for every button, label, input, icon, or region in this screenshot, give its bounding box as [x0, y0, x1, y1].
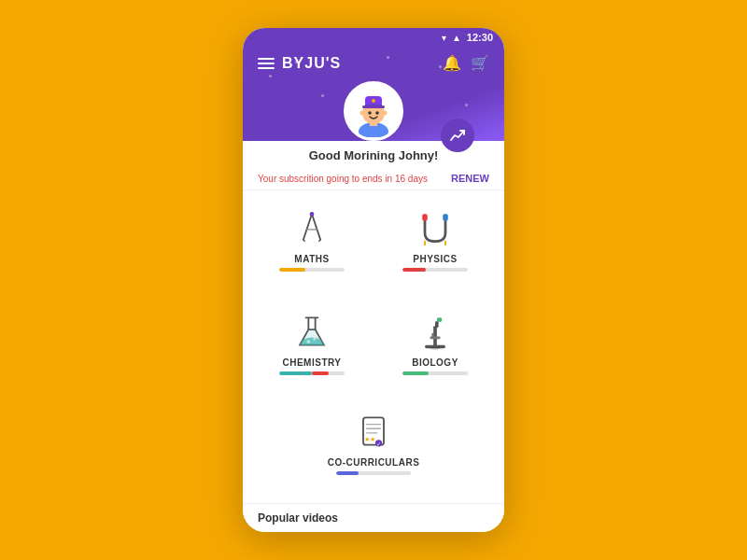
popular-videos-section: Popular videos	[243, 503, 504, 532]
content-area: Your subscrition going to ends in 16 day…	[243, 167, 504, 532]
popular-videos-label: Popular videos	[258, 511, 338, 525]
physics-progress-fill	[402, 268, 426, 272]
header-area: BYJU'S 🔔 🛒	[243, 47, 504, 141]
svg-rect-28	[430, 337, 441, 340]
status-time: 12:30	[467, 32, 493, 43]
co-curriculars-label: CO-CURRICULARS	[328, 457, 420, 468]
hamburger-menu[interactable]	[258, 58, 275, 69]
svg-rect-5	[365, 105, 382, 107]
svg-text:✓: ✓	[376, 441, 381, 447]
wifi-icon: ▾	[442, 33, 446, 43]
svg-point-8	[375, 111, 379, 115]
subject-co-curriculars[interactable]: ★★ ✓ CO-CURRICULARS	[250, 401, 497, 499]
renew-button[interactable]: RENEW	[451, 173, 489, 184]
avatar	[344, 81, 403, 141]
co-curriculars-progress-bar	[336, 471, 411, 475]
svg-point-23	[307, 340, 311, 343]
svg-line-15	[303, 240, 305, 242]
bell-icon[interactable]: 🔔	[443, 54, 461, 72]
co-curriculars-icon: ★★ ✓	[351, 409, 396, 454]
subject-chemistry[interactable]: CHEMISTRY	[250, 298, 374, 401]
stats-button[interactable]	[441, 119, 474, 152]
subject-physics[interactable]: PHYSICS	[374, 194, 497, 298]
maths-progress-bar	[279, 268, 345, 272]
maths-progress-fill	[279, 268, 305, 272]
svg-rect-30	[437, 317, 443, 322]
biology-progress-bar	[402, 371, 468, 375]
subject-grid: MATHS PHYS	[243, 190, 504, 503]
biology-label: BIOLOGY	[412, 357, 458, 368]
svg-point-7	[368, 111, 372, 115]
nav-left: BYJU'S	[258, 55, 341, 72]
cart-icon[interactable]: 🛒	[471, 54, 489, 72]
svg-point-14	[310, 212, 315, 217]
physics-label: PHYSICS	[413, 254, 457, 264]
biology-icon	[413, 309, 458, 354]
subscription-banner: Your subscrition going to ends in 16 day…	[243, 167, 504, 190]
chemistry-progress-bar	[279, 371, 345, 375]
svg-point-24	[313, 338, 316, 341]
svg-rect-18	[443, 214, 448, 220]
signal-icon: ▲	[452, 33, 461, 43]
nav-right: 🔔 🛒	[443, 54, 489, 72]
avatar-section	[258, 72, 489, 141]
maths-icon	[289, 205, 334, 250]
svg-line-12	[312, 214, 320, 240]
chemistry-icon	[289, 309, 334, 354]
maths-label: MATHS	[294, 254, 329, 264]
chemistry-label: CHEMISTRY	[282, 357, 341, 368]
status-bar: ▾ ▲ 12:30	[243, 28, 504, 47]
svg-point-10	[383, 111, 388, 116]
subject-maths[interactable]: MATHS	[250, 194, 374, 298]
subject-biology[interactable]: BIOLOGY	[374, 298, 497, 401]
nav-bar: BYJU'S 🔔 🛒	[258, 54, 489, 72]
svg-rect-29	[435, 321, 439, 328]
physics-progress-bar	[402, 268, 468, 272]
svg-line-11	[303, 214, 312, 240]
subscription-message: Your subscrition going to ends in 16 day…	[258, 174, 428, 184]
svg-point-6	[372, 99, 375, 103]
svg-line-16	[318, 240, 320, 242]
svg-rect-31	[431, 333, 434, 339]
svg-point-32	[430, 347, 441, 350]
physics-icon	[413, 205, 458, 250]
brand-logo: BYJU'S	[282, 55, 341, 72]
svg-rect-17	[422, 214, 428, 220]
phone-frame: ▾ ▲ 12:30 BYJU'S 🔔 🛒	[243, 28, 504, 532]
svg-text:★★: ★★	[364, 435, 375, 443]
svg-point-9	[360, 111, 365, 116]
greeting-text: Good Morining Johny!	[309, 147, 439, 164]
